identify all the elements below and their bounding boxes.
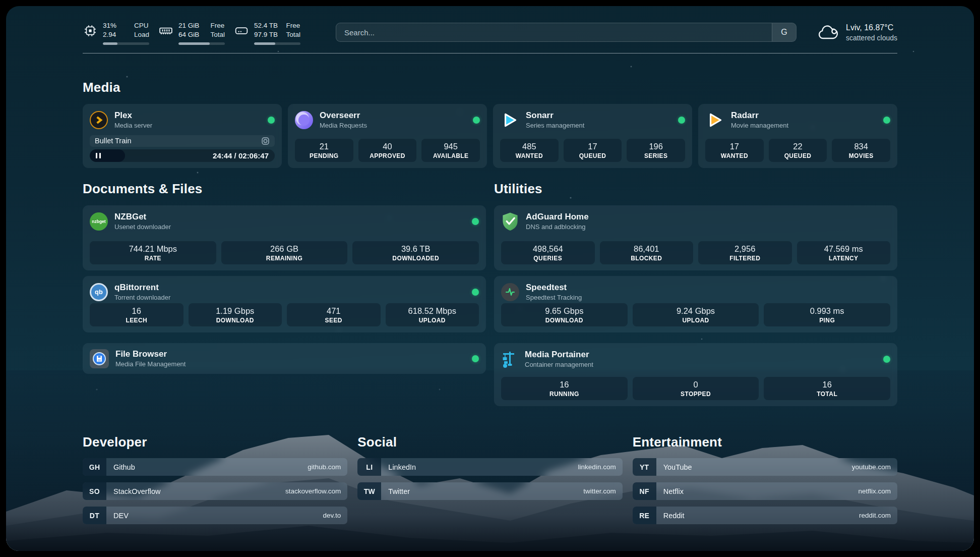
link-row-github[interactable]: GH Github github.com [83,458,347,476]
stat-box: 21 PENDING [295,139,353,162]
link-row-dev[interactable]: DT DEV dev.to [83,507,347,524]
app-card-filebrowser[interactable]: File Browser Media File Management [83,343,486,374]
section-title-developer: Developer [83,434,347,450]
weather-condition: scattered clouds [846,34,897,42]
link-url: youtube.com [852,463,891,471]
filebrowser-icon [90,349,109,368]
app-name: Radarr [731,110,788,121]
status-online-dot [472,289,479,296]
cpu-label-bottom: Load [134,30,149,39]
camera-icon[interactable] [261,137,270,145]
link-label: Reddit [663,512,685,520]
stat-box: 22 QUEUED [769,139,827,162]
disk-free-value: 52.4 TB [254,21,278,30]
media-progress-bar[interactable]: 24:44 / 02:06:47 [90,149,275,162]
pause-icon[interactable] [96,153,101,158]
link-url: reddit.com [859,512,891,519]
portainer-icon [501,350,518,368]
stat-box: 945 AVAILABLE [421,139,480,162]
cpu-load-value: 2.94 [103,30,116,39]
link-url: twitter.com [583,487,616,495]
app-card-portainer[interactable]: Media Portainer Container management 16 … [494,343,897,406]
section-social: Social LI LinkedIn linkedin.com TW Twitt… [357,434,622,524]
disk-progress-bar [254,42,300,45]
link-badge: DT [83,507,106,524]
app-name: Speedtest [526,282,582,293]
media-time: 24:44 / 02:06:47 [213,151,275,160]
app-card-qbittorrent[interactable]: qb qBittorrent Torrent downloader 16 LEE… [83,276,486,332]
stat-box: 16 RUNNING [501,377,628,400]
section-media: Media Plex Media server [83,80,897,168]
link-badge: TW [357,482,381,500]
memory-stat-widget: 21 GiB 64 GiB Free Total [158,21,225,45]
stat-box: 0 STOPPED [633,377,759,400]
app-card-sonarr[interactable]: Sonarr Series management 485 WANTED 17 Q… [493,104,692,168]
app-name: AdGuard Home [526,211,589,222]
link-row-reddit[interactable]: RE Reddit reddit.com [633,507,897,524]
stat-box: 39.6 TB DOWNLOADED [352,241,479,264]
section-developer: Developer GH Github github.com SO StackO… [83,434,347,524]
stat-box: 834 MOVIES [832,139,890,162]
stat-box: 1.19 Gbps DOWNLOAD [189,303,282,326]
app-card-nzbget[interactable]: nzbget NZBGet Usenet downloader 744.21 M… [83,205,486,270]
app-name: NZBGet [114,211,171,222]
stat-box: 9.65 Gbps DOWNLOAD [501,303,628,326]
stat-box: 744.21 Mbps RATE [90,241,216,264]
app-card-overseerr[interactable]: Overseerr Media Requests 21 PENDING 40 A… [288,104,487,168]
link-badge: RE [633,507,656,524]
section-title-media: Media [83,80,897,95]
search-input[interactable] [336,28,772,37]
status-online-dot [883,356,890,363]
app-name: Sonarr [526,110,584,121]
dashboard-window: 31% 2.94 CPU Load [6,6,974,551]
link-badge: YT [633,458,656,476]
weather-widget: Lviv, 16.87°C scattered clouds [817,21,897,42]
app-subtitle: Series management [526,122,584,130]
link-row-stackoverflow[interactable]: SO StackOverflow stackoverflow.com [83,482,347,500]
search-bar: G [336,23,797,42]
app-name: Plex [114,110,152,121]
link-row-youtube[interactable]: YT YouTube youtube.com [633,458,897,476]
app-subtitle: Media Requests [320,122,367,130]
section-title-social: Social [357,434,622,450]
stat-box: 485 WANTED [500,139,559,162]
memory-progress-bar [178,42,225,45]
app-card-speedtest[interactable]: Speedtest Speedtest Tracking 9.65 Gbps D… [494,276,897,332]
link-row-linkedin[interactable]: LI LinkedIn linkedin.com [357,458,622,476]
disk-stat-widget: 52.4 TB 97.9 TB Free Total [234,21,300,45]
search-engine-button[interactable]: G [772,23,796,41]
adguard-icon [501,212,519,231]
disk-label-top: Free [286,21,300,30]
app-subtitle: DNS and adblocking [526,223,589,231]
app-card-radarr[interactable]: Radarr Movie management 17 WANTED 22 QUE… [698,104,897,168]
cpu-progress-bar [103,42,149,45]
section-entertainment: Entertainment YT YouTube youtube.com NF … [633,434,897,524]
stat-box: 471 SEED [287,303,381,326]
radarr-icon [705,110,724,130]
section-documents: Documents & Files nzbget NZBGet Usenet d… [83,181,486,406]
app-name: qBittorrent [114,282,170,293]
stat-box: 9.24 Gbps UPLOAD [633,303,759,326]
stat-box: 16 TOTAL [764,377,890,400]
link-url: github.com [308,463,341,471]
cloud-icon [817,24,839,41]
stat-box: 40 APPROVED [358,139,417,162]
link-badge: LI [357,458,381,476]
link-badge: NF [633,482,656,500]
memory-free-value: 21 GiB [178,21,199,30]
link-row-twitter[interactable]: TW Twitter twitter.com [357,482,622,500]
app-card-adguard[interactable]: AdGuard Home DNS and adblocking 498,564 … [494,205,897,270]
section-title-utilities: Utilities [494,181,897,197]
cpu-stat-widget: 31% 2.94 CPU Load [83,21,149,45]
stat-box: 0.993 ms PING [764,303,890,326]
app-card-plex[interactable]: Plex Media server Bullet Train [83,104,282,168]
link-row-netflix[interactable]: NF Netflix netflix.com [633,482,897,500]
stat-box: 17 WANTED [705,139,764,162]
stat-box: 196 SERIES [627,139,685,162]
link-label: Netflix [663,487,684,495]
stat-box: 266 GB REMAINING [221,241,348,264]
nzbget-icon: nzbget [90,212,108,231]
app-subtitle: Movie management [731,122,788,130]
stat-box: 498,564 QUERIES [501,241,595,264]
app-name: Overseerr [320,110,367,121]
